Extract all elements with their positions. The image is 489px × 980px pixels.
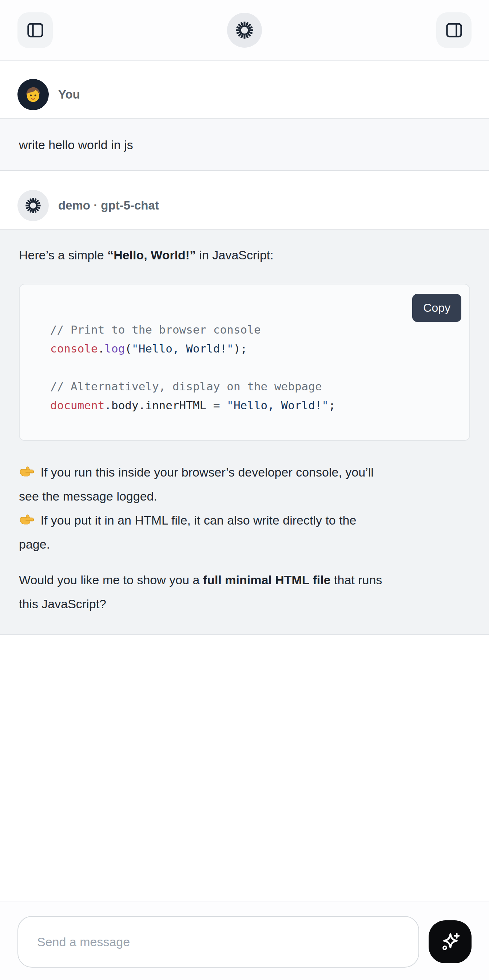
user-avatar <box>18 79 49 110</box>
sidebar-left-icon <box>26 21 45 40</box>
intro-suffix: in JavaScript: <box>196 248 274 262</box>
sidebar-right-toggle-button[interactable] <box>436 13 471 48</box>
tip-paragraph-2: If you put it in an HTML file, it can al… <box>19 508 470 556</box>
message-input[interactable] <box>18 916 419 967</box>
assistant-message-bubble: Here’s a simple “Hello, World!” in JavaS… <box>0 229 489 635</box>
question-prefix: Would you like me to show you a <box>19 573 203 587</box>
sidebar-left-toggle-button[interactable] <box>18 13 53 48</box>
user-author-label: You <box>58 88 80 102</box>
empty-scroll-area <box>0 635 489 901</box>
tip-paragraph-1: If you run this inside your browser’s de… <box>19 460 470 508</box>
composer-bar <box>0 901 489 980</box>
sidebar-right-icon <box>444 21 464 40</box>
user-message-header: You <box>0 79 489 110</box>
copy-button[interactable]: Copy <box>412 294 461 322</box>
question-bold: full minimal HTML file <box>203 573 331 587</box>
starburst-avatar-icon <box>25 197 41 214</box>
app-logo <box>227 13 262 48</box>
intro-prefix: Here’s a simple <box>19 248 107 262</box>
starburst-logo-icon <box>235 21 254 40</box>
assistant-intro-paragraph: Here’s a simple “Hello, World!” in JavaS… <box>19 243 470 267</box>
send-button[interactable] <box>428 920 471 963</box>
tip-1-text: If you run this inside your browser’s de… <box>19 465 374 503</box>
tip-2-text: If you put it in an HTML file, it can al… <box>19 513 356 551</box>
code-content: // Print to the browser consoleconsole.l… <box>50 320 455 415</box>
sparkle-plus-icon <box>439 931 461 953</box>
intro-bold: “Hello, World!” <box>107 248 196 262</box>
assistant-avatar <box>18 190 49 221</box>
assistant-message-header: demo · gpt-5-chat <box>0 190 489 221</box>
user-message-bubble: write hello world in js <box>0 118 489 171</box>
assistant-question-paragraph: Would you like me to show you a full min… <box>19 568 470 616</box>
assistant-author-label: demo · gpt-5-chat <box>58 199 159 212</box>
person-emoji-icon <box>23 84 43 105</box>
point-right-emoji-icon <box>19 512 34 527</box>
code-block: Copy // Print to the browser consolecons… <box>19 284 470 441</box>
point-right-emoji-icon <box>19 464 34 479</box>
top-bar <box>0 0 489 61</box>
user-message-text: write hello world in js <box>19 133 133 157</box>
